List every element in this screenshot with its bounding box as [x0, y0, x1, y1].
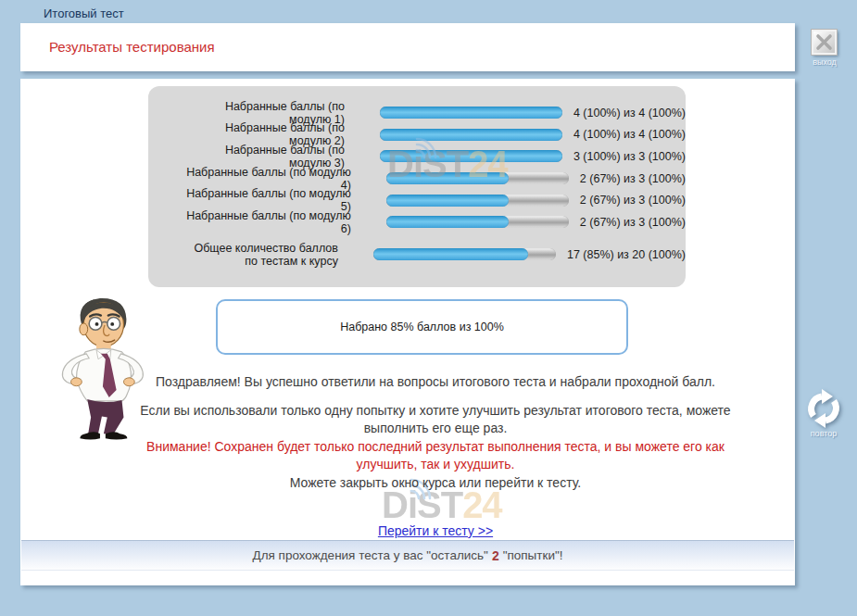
progress-bar [386, 216, 569, 228]
progress-bar-fill [373, 248, 528, 260]
progress-bar [386, 195, 569, 207]
progress-bar-fill [386, 195, 509, 207]
repeat-button[interactable] [801, 386, 846, 431]
progress-bar-fill [386, 172, 509, 184]
attempts-count: 2 [488, 548, 503, 563]
module-score-row: Набранные баллы (по модулю 5) 2 (67%) из… [148, 189, 686, 211]
module-score-row: Набранные баллы (по модулю 6) 2 (67%) из… [148, 211, 686, 233]
progress-bar [373, 248, 556, 260]
close-x-icon [815, 33, 833, 51]
window-title: Итоговый тест [44, 6, 124, 20]
progress-bar-fill [386, 216, 509, 228]
go-to-test-link-wrap: Перейти к тесту >> [130, 522, 741, 541]
progress-bar-fill [380, 129, 562, 141]
attempts-text-after: "попытки"! [503, 548, 563, 562]
progress-bar [380, 150, 562, 162]
progress-bar [380, 107, 562, 119]
score-summary-text: Набрано 85% баллов из 100% [340, 321, 504, 333]
progress-bar-fill [380, 150, 562, 162]
progress-bar-fill [380, 107, 562, 119]
module-score-row: Набранные баллы (по модулю 3) 3 (100%) и… [148, 145, 686, 168]
module-score-row: Набранные баллы (по модулю 4) 2 (67%) из… [148, 168, 686, 190]
module-score-row: Набранные баллы (по модулю 2) 4 (100%) и… [148, 124, 686, 146]
module-scores-panel: Набранные баллы (по модулю 1) 4 (100%) и… [148, 86, 686, 287]
module-score-label: Набранные баллы (по модулю 6) [185, 209, 351, 235]
module-score-value: 2 (67%) из 3 (100%) [580, 194, 686, 207]
repeat-button-label[interactable]: повтор [796, 429, 851, 438]
results-main-panel: Набранные баллы (по модулю 1) 4 (100%) и… [20, 79, 795, 585]
module-score-value: 2 (67%) из 3 (100%) [580, 172, 686, 185]
circular-arrows-icon [801, 386, 846, 431]
retry-info-text: Если вы использовали только одну попытку… [130, 402, 741, 438]
module-score-value: 2 (67%) из 3 (100%) [580, 216, 686, 229]
module-score-value: 3 (100%) из 3 (100%) [573, 150, 686, 163]
progress-bar [380, 129, 562, 141]
result-messages: Поздравляем! Вы успешно ответили на вопр… [130, 373, 741, 541]
exit-button[interactable] [812, 30, 837, 55]
total-score-row: Общее количество баллов по тестам к курс… [148, 235, 686, 274]
score-summary-box: Набрано 85% баллов из 100% [216, 299, 628, 355]
total-score-label: Общее количество баллов по тестам к курс… [185, 242, 338, 268]
results-header-panel: Результаты тестирования [20, 23, 795, 71]
module-score-row: Набранные баллы (по модулю 1) 4 (100%) и… [148, 102, 686, 124]
module-score-value: 4 (100%) из 4 (100%) [573, 128, 686, 141]
congrats-text: Поздравляем! Вы успешно ответили на вопр… [130, 373, 741, 392]
module-score-value: 4 (100%) из 4 (100%) [573, 107, 686, 119]
warning-text: Внимание! Сохранен будет только последни… [130, 438, 741, 474]
go-to-test-link[interactable]: Перейти к тесту >> [378, 523, 493, 538]
exit-button-label[interactable]: выход [797, 57, 852, 67]
progress-bar [386, 172, 569, 184]
attempts-footer: Для прохождения теста у вас "остались" 2… [21, 540, 794, 571]
total-score-value: 17 (85%) из 20 (100%) [567, 248, 686, 261]
test-results-page: { "window": { "title": "Итоговый тест" }… [0, 0, 857, 616]
attempts-text-before: Для прохождения теста у вас "остались" [253, 548, 488, 562]
close-note-text: Можете закрыть окно курса или перейти к … [130, 474, 741, 493]
page-title: Результаты тестирования [49, 39, 215, 55]
